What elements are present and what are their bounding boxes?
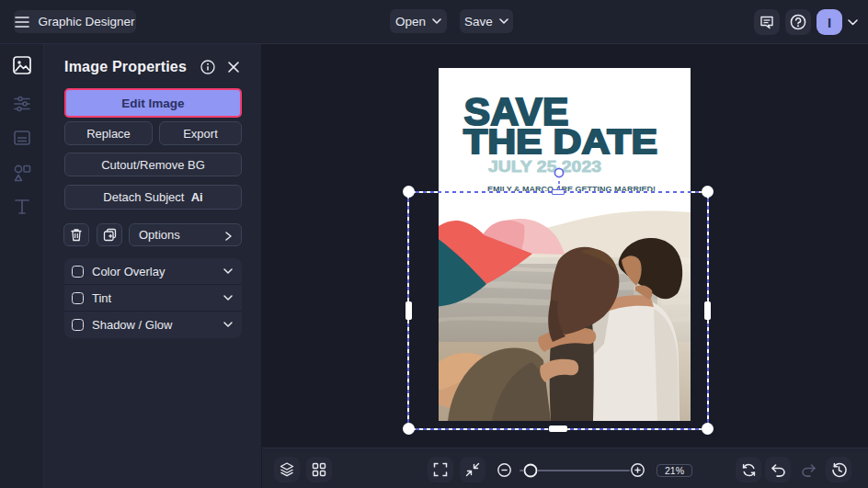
svg-text:THE DATE: THE DATE bbox=[463, 123, 657, 161]
svg-text:JULY 25 2023: JULY 25 2023 bbox=[488, 158, 601, 176]
